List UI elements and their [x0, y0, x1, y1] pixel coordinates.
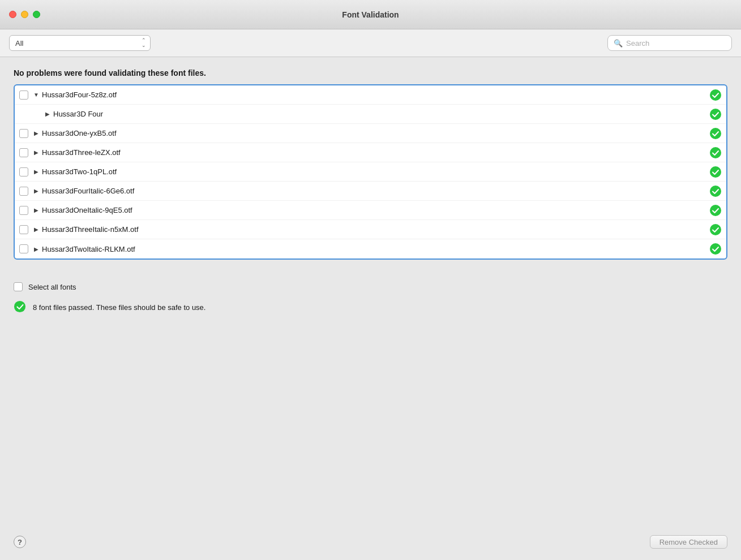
disclosure-triangle[interactable] [44, 111, 51, 118]
main-content: No problems were found validating these … [0, 57, 741, 271]
svg-point-2 [710, 128, 721, 139]
no-problems-label: No problems were found validating these … [14, 68, 727, 77]
font-name: Hussar3dFour-5z8z.otf [42, 91, 709, 99]
font-list: Hussar3dFour-5z8z.otf Hussar3D Four Huss… [14, 84, 727, 260]
disclosure-triangle[interactable] [33, 169, 40, 175]
maximize-button[interactable] [33, 11, 40, 18]
table-row: Hussar3dOneItalic-9qE5.otf [15, 201, 726, 220]
minimize-button[interactable] [21, 11, 28, 18]
status-pass-icon [709, 185, 722, 197]
svg-point-1 [710, 109, 721, 120]
search-input[interactable] [626, 39, 726, 48]
font-name: Hussar3dThree-leZX.otf [42, 148, 709, 157]
svg-point-0 [710, 89, 721, 101]
select-all-label: Select all fonts [28, 283, 76, 291]
svg-point-8 [710, 243, 721, 255]
svg-point-6 [710, 205, 721, 216]
row-checkbox[interactable] [19, 148, 28, 157]
disclosure-triangle[interactable] [33, 188, 40, 195]
row-checkbox[interactable] [19, 167, 28, 176]
font-name: Hussar3D Four [53, 110, 709, 118]
svg-point-5 [710, 186, 721, 197]
close-button[interactable] [9, 11, 16, 18]
table-row: Hussar3dFour-5z8z.otf [15, 85, 726, 105]
window-title: Font Validation [342, 10, 399, 19]
footer: ? Remove Checked [0, 535, 741, 549]
filter-select-wrapper: All Warnings Errors Passed [9, 35, 151, 51]
status-pass-icon [709, 223, 722, 236]
toolbar: All Warnings Errors Passed 🔍 [0, 29, 741, 57]
passed-text: 8 font files passed. These files should … [33, 303, 205, 312]
passed-status-icon [14, 300, 27, 314]
status-pass-icon [709, 204, 722, 217]
svg-point-4 [710, 166, 721, 178]
status-pass-icon [709, 166, 722, 178]
row-checkbox[interactable] [19, 129, 28, 138]
title-bar: Font Validation [0, 0, 741, 29]
filter-select[interactable]: All Warnings Errors Passed [9, 35, 151, 51]
table-row: Hussar3dThreeItalic-n5xM.otf [15, 220, 726, 239]
font-name: Hussar3dTwoItalic-RLKM.otf [42, 245, 709, 253]
font-name: Hussar3dOne-yxB5.otf [42, 129, 709, 137]
status-pass-icon [709, 243, 722, 255]
table-row: Hussar3dTwo-1qPL.otf [15, 162, 726, 182]
table-row: Hussar3dFourItalic-6Ge6.otf [15, 182, 726, 201]
disclosure-triangle[interactable] [33, 92, 40, 98]
help-button[interactable]: ? [14, 536, 26, 548]
bottom-area: Select all fonts 8 font files passed. Th… [0, 271, 741, 325]
row-checkbox[interactable] [19, 206, 28, 215]
table-row: Hussar3dTwoItalic-RLKM.otf [15, 239, 726, 259]
disclosure-triangle[interactable] [33, 207, 40, 214]
disclosure-triangle[interactable] [33, 149, 40, 156]
status-pass-icon [709, 147, 722, 159]
disclosure-triangle[interactable] [33, 130, 40, 137]
status-pass-icon [709, 89, 722, 101]
remove-checked-button[interactable]: Remove Checked [650, 535, 727, 549]
table-row: Hussar3dOne-yxB5.otf [15, 124, 726, 143]
row-checkbox[interactable] [19, 187, 28, 196]
select-all-checkbox[interactable] [14, 282, 23, 291]
svg-point-9 [14, 301, 25, 312]
search-icon: 🔍 [614, 39, 623, 48]
traffic-lights [9, 11, 40, 18]
font-name: Hussar3dThreeItalic-n5xM.otf [42, 225, 709, 234]
svg-point-7 [710, 224, 721, 235]
font-name: Hussar3dOneItalic-9qE5.otf [42, 206, 709, 214]
passed-row: 8 font files passed. These files should … [14, 300, 727, 314]
row-checkbox[interactable] [19, 91, 28, 100]
row-checkbox[interactable] [19, 244, 28, 253]
row-checkbox[interactable] [19, 225, 28, 234]
table-row: Hussar3dThree-leZX.otf [15, 143, 726, 162]
status-pass-icon [709, 127, 722, 140]
disclosure-triangle[interactable] [33, 245, 40, 252]
status-pass-icon [709, 108, 722, 120]
search-box: 🔍 [607, 35, 732, 51]
select-all-row: Select all fonts [14, 282, 727, 291]
table-row: Hussar3D Four [15, 105, 726, 124]
font-name: Hussar3dFourItalic-6Ge6.otf [42, 187, 709, 195]
font-name: Hussar3dTwo-1qPL.otf [42, 167, 709, 176]
svg-point-3 [710, 147, 721, 158]
disclosure-triangle[interactable] [33, 226, 40, 233]
